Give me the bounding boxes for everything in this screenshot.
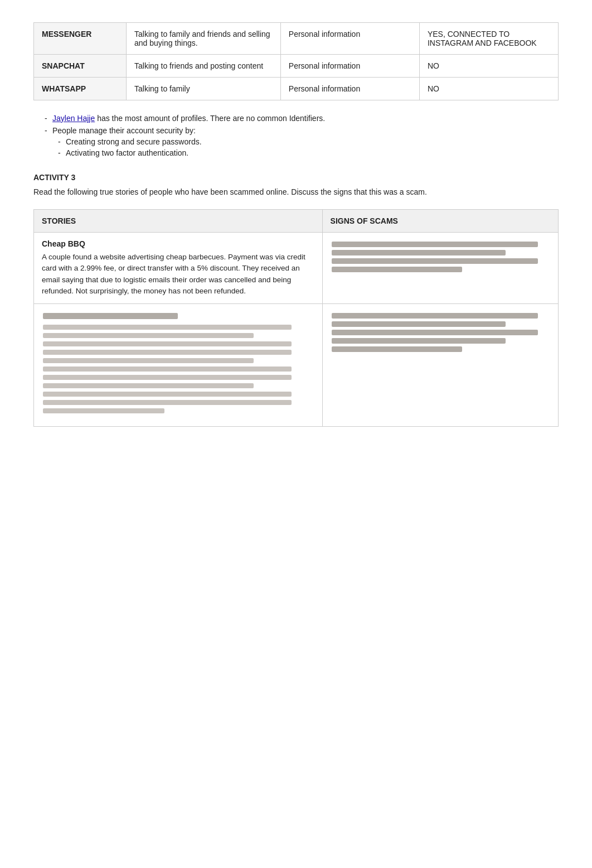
info-table: MESSENGERTalking to family and friends a… bbox=[33, 22, 559, 100]
data-type-cell: Personal information bbox=[280, 78, 419, 100]
connected-cell: NO bbox=[419, 55, 558, 78]
table-row: MESSENGERTalking to family and friends a… bbox=[34, 23, 559, 55]
bullet-item-1-text: has the most amount of profiles. There a… bbox=[95, 114, 325, 123]
signs-cell bbox=[322, 233, 558, 304]
sub-bullets: Creating strong and secure passwords. Ac… bbox=[52, 137, 559, 157]
table-row: SNAPCHATTalking to friends and posting c… bbox=[34, 55, 559, 78]
story-text: A couple found a website advertising che… bbox=[42, 252, 314, 297]
sub-bullet-1: Creating strong and secure passwords. bbox=[58, 137, 559, 146]
scam-table-row: Cheap BBQA couple found a website advert… bbox=[34, 233, 559, 304]
usage-cell: Talking to family and friends and sellin… bbox=[127, 23, 281, 55]
bullet-item-2: People manage their account security by:… bbox=[45, 126, 559, 157]
bullet-item-1: Jaylen Hajje has the most amount of prof… bbox=[45, 114, 559, 123]
activity-description: Read the following true stories of peopl… bbox=[33, 186, 559, 198]
usage-cell: Talking to family bbox=[127, 78, 281, 100]
story-title: Cheap BBQ bbox=[42, 239, 314, 248]
blurred-signs-2 bbox=[332, 313, 549, 352]
table-row: WHATSAPPTalking to familyPersonal inform… bbox=[34, 78, 559, 100]
data-type-cell: Personal information bbox=[280, 55, 419, 78]
blurred-signs-cell-2 bbox=[322, 304, 558, 427]
data-type-cell: Personal information bbox=[280, 23, 419, 55]
signs-header: SIGNS OF SCAMS bbox=[322, 210, 558, 233]
app-name-cell: WHATSAPP bbox=[34, 78, 127, 100]
scam-table-row-blurred bbox=[34, 304, 559, 427]
activity-section: ACTIVITY 3 Read the following true stori… bbox=[33, 173, 559, 198]
blurred-story-cell bbox=[34, 304, 323, 427]
blurred-signs bbox=[332, 242, 549, 272]
stories-header: STORIES bbox=[34, 210, 323, 233]
bullet-item-2-text: People manage their account security by: bbox=[52, 126, 196, 135]
blurred-story bbox=[43, 313, 313, 413]
sub-bullet-2: Activating two factor authentication. bbox=[58, 148, 559, 157]
activity-heading: ACTIVITY 3 bbox=[33, 173, 559, 182]
app-name-cell: MESSENGER bbox=[34, 23, 127, 55]
usage-cell: Talking to friends and posting content bbox=[127, 55, 281, 78]
app-name-cell: SNAPCHAT bbox=[34, 55, 127, 78]
jaylen-hajje-link[interactable]: Jaylen Hajje bbox=[52, 114, 95, 123]
connected-cell: NO bbox=[419, 78, 558, 100]
scam-table: STORIES SIGNS OF SCAMS Cheap BBQA couple… bbox=[33, 209, 559, 427]
bullet-section: Jaylen Hajje has the most amount of prof… bbox=[33, 114, 559, 157]
connected-cell: YES, CONNECTED TO INSTAGRAM AND FACEBOOK bbox=[419, 23, 558, 55]
story-cell: Cheap BBQA couple found a website advert… bbox=[34, 233, 323, 304]
